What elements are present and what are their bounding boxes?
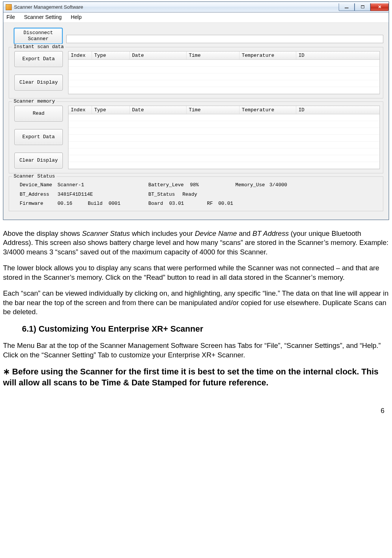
doc-paragraph-3: Each “scan” can be viewed individually b…	[3, 289, 389, 316]
board-label: Board	[148, 199, 169, 209]
maximize-button[interactable]	[355, 3, 370, 11]
instant-scan-data-group: Instant scan data Export Data Clear Disp…	[9, 47, 383, 98]
scan-display-input[interactable]	[66, 35, 383, 43]
bt-address-value: 3481F41D114E	[58, 190, 148, 200]
rf-label: RF	[207, 199, 218, 209]
application-window: Scanner Management Software ✕ File Scann…	[3, 2, 389, 220]
firmware-label: Firmware	[20, 199, 58, 209]
build-value: 0001	[109, 199, 148, 209]
bt-address-label: BT_Address	[20, 190, 58, 200]
table-row[interactable]	[68, 80, 380, 87]
bt-status-label: BT_Status	[148, 190, 182, 200]
col-index[interactable]: Index	[68, 51, 92, 59]
table-row[interactable]	[68, 162, 380, 169]
device-name-value: Scanner-1	[58, 181, 148, 190]
build-label: Build	[88, 199, 109, 209]
doc-note: ∗ Before using the Scanner for the first…	[3, 366, 389, 388]
table-row[interactable]	[68, 87, 380, 94]
export-data-button[interactable]: Export Data	[14, 51, 63, 67]
device-name-label: Device_Name	[20, 181, 58, 190]
memory-use-label: Memory_Use	[235, 181, 269, 190]
battery-level-label: Battery_Leve	[148, 181, 190, 190]
export-data-button-2[interactable]: Export Data	[14, 129, 63, 145]
menu-bar: File Scanner Setting Help	[3, 12, 389, 23]
table-row[interactable]	[68, 155, 380, 162]
col-type[interactable]: Type	[92, 106, 130, 114]
menu-scanner-setting[interactable]: Scanner Setting	[24, 14, 62, 20]
title-left: Scanner Management Software	[6, 4, 83, 10]
document-text: Above the display shows Scanner Status w…	[0, 220, 392, 407]
table-body	[68, 114, 380, 169]
doc-paragraph-4: The Menu Bar at the top of the Scanner M…	[3, 341, 389, 360]
col-temperature[interactable]: Temperature	[240, 51, 296, 59]
firmware-value: 00.16	[58, 199, 88, 209]
col-id[interactable]: ID	[296, 51, 380, 59]
col-time[interactable]: Time	[187, 51, 240, 59]
status-group-title: Scanner Status	[12, 173, 56, 179]
top-row: Disconnect Scanner	[14, 28, 385, 44]
col-time[interactable]: Time	[187, 106, 240, 114]
col-date[interactable]: Date	[130, 106, 187, 114]
memory-use-value: 3/4000	[269, 181, 287, 190]
table-row[interactable]	[68, 60, 380, 67]
board-value: 03.01	[169, 199, 207, 209]
table-body	[68, 60, 380, 94]
clear-display-button-2[interactable]: Clear Display	[14, 153, 63, 168]
table-row[interactable]	[68, 67, 380, 73]
title-bar[interactable]: Scanner Management Software ✕	[3, 2, 389, 12]
status-text: Device_Name Scanner-1 Battery_Leve 98% M…	[12, 179, 380, 209]
col-index[interactable]: Index	[68, 106, 92, 114]
col-temperature[interactable]: Temperature	[240, 106, 296, 114]
battery-level-value: 98%	[190, 181, 235, 190]
bt-status-value: Ready	[182, 190, 197, 200]
instant-scan-table[interactable]: Index Type Date Time Temperature ID	[68, 51, 380, 94]
minimize-button[interactable]	[339, 3, 355, 11]
scanner-status-group: Scanner Status Device_Name Scanner-1 Bat…	[9, 176, 383, 211]
window-title: Scanner Management Software	[14, 4, 83, 10]
doc-paragraph-1: Above the display shows Scanner Status w…	[3, 229, 389, 257]
page-number: 6	[0, 407, 392, 422]
col-date[interactable]: Date	[130, 51, 187, 59]
doc-heading-6-1: 6.1) Customizing You Enterprise XR+ Scan…	[22, 323, 389, 334]
scanner-memory-group: Scanner memory Read Export Data Clear Di…	[9, 101, 383, 173]
col-type[interactable]: Type	[92, 51, 130, 59]
window-controls: ✕	[339, 3, 389, 11]
disconnect-scanner-button[interactable]: Disconnect Scanner	[14, 28, 62, 44]
clear-display-button[interactable]: Clear Display	[14, 75, 63, 90]
table-row[interactable]	[68, 73, 380, 80]
table-row[interactable]	[68, 142, 380, 148]
menu-file[interactable]: File	[6, 14, 15, 20]
read-button[interactable]: Read	[14, 106, 63, 122]
scanner-memory-table[interactable]: Index Type Date Time Temperature ID	[68, 106, 380, 169]
table-row[interactable]	[68, 148, 380, 155]
table-row[interactable]	[68, 135, 380, 142]
app-icon	[6, 4, 12, 10]
close-button[interactable]: ✕	[370, 3, 389, 11]
menu-help[interactable]: Help	[71, 14, 82, 20]
memory-group-title: Scanner memory	[12, 98, 56, 104]
col-id[interactable]: ID	[296, 106, 380, 114]
rf-value: 00.01	[218, 199, 233, 209]
table-row[interactable]	[68, 128, 380, 135]
table-row[interactable]	[68, 114, 380, 121]
instant-group-title: Instant scan data	[12, 44, 65, 50]
table-row[interactable]	[68, 121, 380, 128]
table-header: Index Type Date Time Temperature ID	[68, 106, 380, 114]
client-area: Disconnect Scanner Instant scan data Exp…	[3, 23, 389, 220]
table-header: Index Type Date Time Temperature ID	[68, 51, 380, 60]
doc-paragraph-2: The lower block allows you to display an…	[3, 263, 389, 282]
